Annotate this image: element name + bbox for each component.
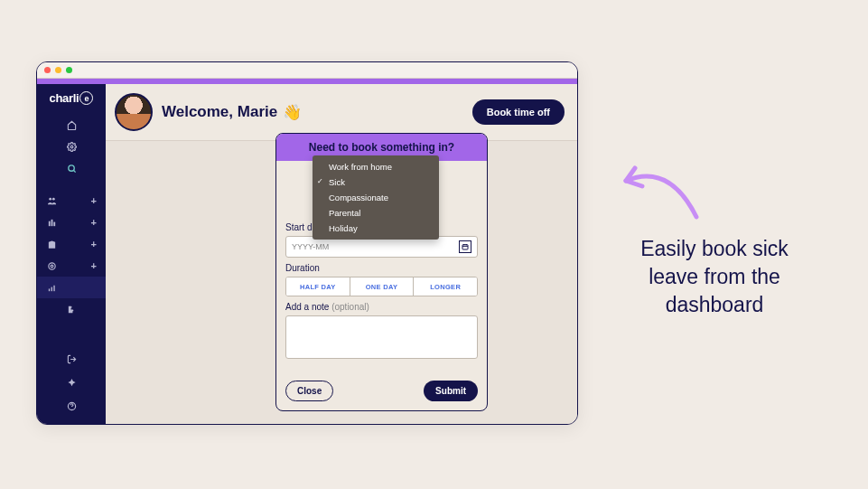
svg-point-2 — [49, 197, 51, 200]
traffic-light-close[interactable] — [44, 67, 51, 73]
nav-search[interactable] — [37, 157, 106, 179]
sidebar: charlie — [37, 84, 106, 424]
exit-icon — [66, 353, 77, 364]
dropdown-item-compassionate[interactable]: Compassionate — [313, 190, 439, 205]
app-window: charlie — [36, 61, 578, 425]
svg-rect-5 — [51, 219, 52, 225]
svg-point-0 — [70, 146, 73, 148]
dropdown-item-parental[interactable]: Parental — [313, 205, 439, 221]
nav-rocket[interactable] — [37, 371, 106, 393]
avatar[interactable] — [115, 93, 153, 131]
svg-point-8 — [51, 265, 53, 268]
add-icon: + — [91, 239, 97, 249]
brand-ring: e — [79, 91, 93, 105]
svg-rect-9 — [48, 288, 49, 291]
people-icon — [46, 195, 57, 206]
add-icon: + — [91, 260, 97, 271]
svg-point-7 — [48, 262, 54, 268]
annotation-text: Easily book sick leave from the dashboar… — [615, 235, 814, 319]
duration-one-day[interactable]: ONE DAY — [350, 277, 415, 296]
book-modal: Need to book something in? Work from hom… — [275, 133, 488, 411]
add-icon: + — [91, 217, 97, 228]
brand-text: charli — [50, 91, 79, 105]
duration-half-day[interactable]: HALF DAY — [286, 277, 350, 296]
target-icon — [46, 260, 57, 271]
traffic-light-max[interactable] — [66, 67, 72, 73]
dropdown-item-wfh[interactable]: Work from home — [313, 159, 439, 174]
home-icon — [66, 119, 77, 130]
annotation-arrow-icon — [615, 154, 705, 226]
close-button[interactable]: Close — [285, 381, 333, 401]
chart-icon — [46, 282, 57, 293]
svg-rect-11 — [53, 285, 54, 290]
search-icon — [66, 163, 77, 174]
org-icon — [46, 217, 57, 228]
puzzle-icon — [66, 304, 77, 315]
building-icon — [46, 239, 57, 249]
dropdown-item-sick[interactable]: Sick — [313, 174, 439, 190]
nav-company[interactable]: + — [37, 233, 106, 255]
main-content: Welcome, Marie 👋 Book time off Need to b… — [106, 84, 577, 424]
svg-rect-4 — [48, 221, 50, 226]
calendar-icon[interactable] — [459, 240, 471, 253]
svg-rect-13 — [462, 245, 468, 249]
gear-icon — [66, 141, 77, 152]
note-label: Add a note (optional) — [285, 302, 478, 312]
svg-rect-6 — [53, 221, 55, 226]
nav-goals[interactable]: + — [37, 255, 106, 277]
svg-point-3 — [51, 197, 54, 200]
nav-puzzle[interactable] — [37, 298, 106, 320]
svg-point-1 — [68, 165, 73, 170]
brand-logo: charlie — [50, 91, 94, 105]
nav-settings[interactable] — [37, 136, 106, 157]
rocket-icon — [66, 377, 77, 388]
nav-exit[interactable] — [37, 348, 106, 370]
leave-type-dropdown[interactable]: Work from home Sick Compassionate Parent… — [313, 155, 439, 240]
nav-home[interactable] — [37, 114, 106, 136]
svg-rect-10 — [51, 287, 51, 291]
help-icon — [66, 400, 77, 411]
submit-button[interactable]: Submit — [424, 381, 478, 401]
dropdown-item-holiday[interactable]: Holiday — [313, 221, 439, 236]
date-placeholder: YYYY-MM — [292, 242, 329, 251]
nav-org[interactable]: + — [37, 212, 106, 233]
traffic-light-min[interactable] — [55, 67, 61, 73]
add-icon: + — [91, 195, 97, 206]
page-title: Welcome, Marie 👋 — [162, 103, 302, 122]
note-textarea[interactable] — [285, 315, 478, 359]
duration-label: Duration — [285, 263, 478, 273]
window-titlebar — [37, 62, 577, 79]
nav-people[interactable]: + — [37, 190, 106, 212]
nav-reports[interactable] — [37, 277, 106, 298]
duration-segmented: HALF DAY ONE DAY LONGER — [285, 277, 478, 296]
nav-help[interactable] — [37, 395, 106, 417]
wave-emoji: 👋 — [283, 103, 302, 122]
book-time-off-button[interactable]: Book time off — [472, 99, 565, 125]
duration-longer[interactable]: LONGER — [414, 277, 477, 296]
